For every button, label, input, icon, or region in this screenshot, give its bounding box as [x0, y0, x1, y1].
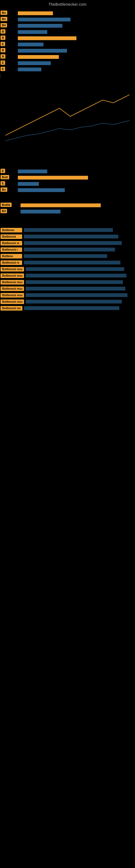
badge-6: B: [1, 48, 5, 52]
list-item: Bottleneck resu: [0, 280, 135, 284]
table-row: Bo: [0, 187, 135, 193]
table-row: E: [0, 169, 135, 174]
table-row: B: [0, 48, 135, 54]
list-item: Bottlenec: [0, 227, 135, 232]
top-rows-section: Bo Bo B4 B B: [0, 8, 135, 72]
chart-area: [5, 81, 130, 157]
table-row: B4: [0, 23, 135, 29]
bottom-badge-11: Bottleneck resu: [1, 300, 24, 304]
bottom-badge-2: Bottleneck re: [1, 241, 22, 246]
bottom-badge-4: Bottlene: [1, 254, 22, 258]
table-row: B: [0, 54, 135, 60]
badge-7: B: [1, 54, 5, 59]
list-item: Bottleneck resu: [0, 273, 135, 278]
bottom-badge-10: Bottleneck resu: [1, 293, 24, 298]
table-row: E: [0, 61, 135, 66]
table-row: B: [0, 35, 135, 41]
mid-badge-1: Bott: [1, 175, 9, 179]
list-item: Bottleneck re: [0, 241, 135, 246]
list-item: Bottleneck resu: [0, 267, 135, 272]
badge-2: B4: [1, 23, 7, 27]
bottom-badge-8: Bottleneck resu: [1, 280, 24, 284]
bottom-badge-3: Bottleneck r: [1, 247, 22, 252]
table-row: Bo: [0, 10, 135, 16]
badge-9: E: [1, 67, 5, 71]
list-item: Bottlene: [0, 254, 135, 258]
list-item: Bottleneck: [0, 234, 135, 239]
table-row: E: [0, 67, 135, 72]
bottom-badge-0: Bottlenec: [1, 228, 22, 232]
badge-1: Bo: [1, 17, 7, 21]
list-item: Bottleneck re: [0, 260, 135, 265]
table-row: Bottle: [0, 203, 135, 208]
table-row: Bott: [0, 175, 135, 180]
bottom-badge-9: Bottleneck resu: [1, 286, 24, 291]
mid-badge-0: E: [1, 169, 5, 173]
bottom-badge-7: Bottleneck resu: [1, 273, 24, 278]
badge-8: E: [1, 61, 5, 65]
lower-rows-section: Bottle B4: [0, 203, 135, 214]
list-item: Bottleneck resu: [0, 299, 135, 304]
badge-0: Bo: [1, 10, 7, 15]
table-row: B: [0, 29, 135, 35]
list-item: Bottleneck r: [0, 247, 135, 252]
bottom-badge-12: Bottleneck res: [1, 306, 22, 311]
lower-badge-0: Bottle: [1, 203, 12, 207]
list-item: Bottleneck res: [0, 306, 135, 311]
mid-badge-2: E: [1, 181, 5, 186]
bottom-badge-1: Bottleneck: [1, 235, 22, 239]
list-item: Bottleneck resu: [0, 293, 135, 298]
table-row: E: [0, 42, 135, 47]
bottom-badge-5: Bottleneck re: [1, 260, 22, 265]
mid-badge-3: Bo: [1, 187, 7, 192]
mid-rows-section: E Bott E Bo: [0, 169, 135, 193]
lower-badge-1: B4: [1, 209, 7, 213]
table-row: B4: [0, 209, 135, 214]
table-row: E: [0, 181, 135, 187]
table-row: Bo: [0, 17, 135, 22]
badge-4: B: [1, 35, 5, 40]
list-item: Bottleneck resu: [0, 286, 135, 291]
badge-5: E: [1, 42, 5, 46]
site-title: TheBottlenecker.com: [0, 0, 135, 8]
bottom-badge-6: Bottleneck resu: [1, 267, 24, 272]
badge-3: B: [1, 29, 5, 34]
bottom-rows-section: Bottlenec Bottleneck Bottleneck re Bottl…: [0, 223, 135, 311]
